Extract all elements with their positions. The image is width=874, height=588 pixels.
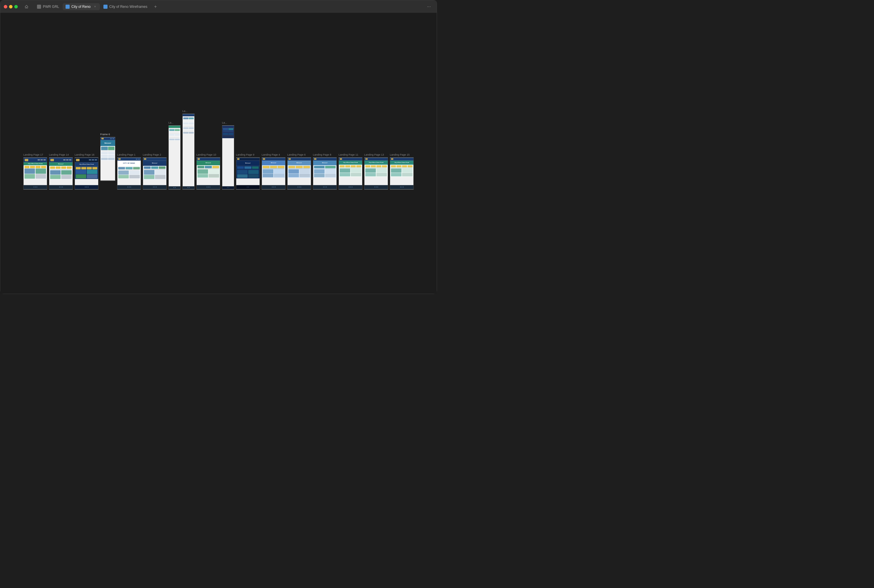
page-thumb-lp1[interactable]: CITY OF RENO [117,158,141,189]
page-thumb-la1[interactable] [168,125,181,189]
frames-container: Landing Page 17 City of Reno Citizen Por… [23,110,414,189]
nav-lp17 [37,159,46,160]
canvas-area[interactable]: Landing Page 17 City of Reno Citizen Por… [0,13,437,294]
tab-icon-pwr-grl [37,4,41,9]
tab-icon-city-of-reno [66,4,70,9]
frame-label-la3: La... [222,121,227,124]
frame-group-lp10: Landing Page 10 Welcome! [196,153,220,189]
logo-lp14 [50,159,54,161]
frame-label-lp8: Landing Page 8 [313,153,331,156]
page-thumb-la3[interactable] [222,125,234,189]
footer-lp14 [49,185,72,189]
tab-label-city-of-reno: City of Reno [71,4,91,9]
tab-close-city-of-reno[interactable]: × [93,4,97,9]
frame-label-lp17: Landing Page 17 [23,153,43,156]
frame-label-lp2: Landing Page 2 [143,153,161,156]
page-thumb-lp11[interactable]: City of Reno Citizen Portal [339,158,363,189]
page-thumb-lp10[interactable]: Welcome! [196,158,220,189]
frame-group-lp13: Landing Page 13 City of Reno Citizen Por… [364,153,388,189]
page-thumb-lp4[interactable]: Welcome! [262,158,285,189]
browser-window: PWR GRL City of Reno × City of Reno Wire… [0,0,437,294]
page-thumb-lp17[interactable]: City of Reno Citizen Portal [23,158,47,189]
page-thumb-lp6[interactable]: Welcome! [287,158,311,189]
footer-lp17 [24,185,47,189]
tab-city-of-reno-wireframes[interactable]: City of Reno Wireframes [100,3,150,10]
frame-label-la1: La... [168,121,174,124]
frame-group-lp6: Landing Page 6 Welcome! [287,153,311,189]
page-thumb-lp16[interactable]: City of Reno Citizen Portal [75,158,99,189]
nav-lp16 [89,159,97,160]
frame-label-lp11: Landing Page 11 [339,153,358,156]
frame-label-lp15: Landing Page 15 [390,153,409,156]
tab-icon-wireframes [103,4,108,9]
page-thumb-lp8[interactable]: Welcome! [313,158,337,189]
page-thumb-frame6[interactable]: Welcome! [100,137,115,181]
frame-label-frame6: Frame 6 [100,133,110,136]
footer-lp8 [313,185,336,189]
logo-lp17 [25,159,28,161]
page-thumb-la2[interactable] [182,114,195,189]
page-thumb-lp9[interactable]: Welcome! [236,158,260,189]
footer-lp15 [390,185,414,189]
page-thumb-lp2[interactable]: Welcome! [143,158,166,189]
frame-group-lp17: Landing Page 17 City of Reno Citizen Por… [23,153,47,189]
frame-label-lp4: Landing Page 4 [262,153,280,156]
footer-lp13 [364,185,388,189]
frame-group-la1: La... [168,121,181,189]
tab-pwr-grl[interactable]: PWR GRL [34,3,62,10]
footer-lp1 [117,185,141,189]
nav-lp14 [63,159,71,160]
tab-label-wireframes: City of Reno Wireframes [109,4,147,9]
page-thumb-lp14[interactable]: Welcome! [49,158,73,189]
frame-label-lp1: Landing Page 1 [117,153,135,156]
frame-group-lp14: Landing Page 14 Welcome! [49,153,73,189]
frame-group-lp8: Landing Page 8 Welcome! [313,153,337,189]
frame-group-lp1: Landing Page 1 CITY OF RENO [117,153,141,189]
frame-group-la3: La... [222,121,234,189]
footer-lp4 [262,185,285,189]
new-tab-button[interactable]: + [152,3,159,10]
home-button[interactable] [22,3,31,11]
page-thumb-lp15[interactable]: City of Reno Citizen Portal [390,158,414,189]
frame-label-lp9: Landing Page 9 [236,153,254,156]
menu-dots-button[interactable]: ··· [425,4,433,9]
frame-label-lp10: Landing Page 10 [196,153,216,156]
page-thumb-lp13[interactable]: City of Reno Citizen Portal [364,158,388,189]
frame-group-lp15: Landing Page 15 City of Reno Citizen Por… [390,153,414,189]
frame-group-lp2: Landing Page 2 Welcome! [143,153,166,189]
tab-label-pwr-grl: PWR GRL [43,4,59,9]
frame-group-lp11: Landing Page 11 City of Reno Citizen Por… [339,153,363,189]
close-button[interactable] [4,5,7,9]
footer-lp2 [143,185,166,189]
minimize-button[interactable] [9,5,12,9]
frame-group-lp16: Landing Page 16 City of Reno Citizen Por… [75,153,99,189]
frame-group-lp9: Landing Page 9 Welcome! [236,153,260,189]
frame-label-lp14: Landing Page 14 [49,153,69,156]
frame-label-lp6: Landing Page 6 [287,153,306,156]
frame-group-frame6: Frame 6 Welcome! [100,133,115,181]
footer-lp11 [339,185,362,189]
logo-lp16 [76,159,79,161]
footer-lp10 [196,185,220,189]
tab-city-of-reno[interactable]: City of Reno × [63,3,100,10]
footer-lp16 [75,185,98,189]
traffic-lights [4,5,18,9]
frame-group-la2: La... [182,110,195,189]
maximize-button[interactable] [14,5,18,9]
frame-label-lp13: Landing Page 13 [364,153,384,156]
title-bar: PWR GRL City of Reno × City of Reno Wire… [0,0,437,13]
frame-label-lp16: Landing Page 16 [75,153,94,156]
tabs-container: PWR GRL City of Reno × City of Reno Wire… [34,3,423,10]
frame-label-la2: La... [182,110,187,112]
footer-lp6 [288,185,311,189]
frame-group-lp4: Landing Page 4 Welcome! [262,153,285,189]
